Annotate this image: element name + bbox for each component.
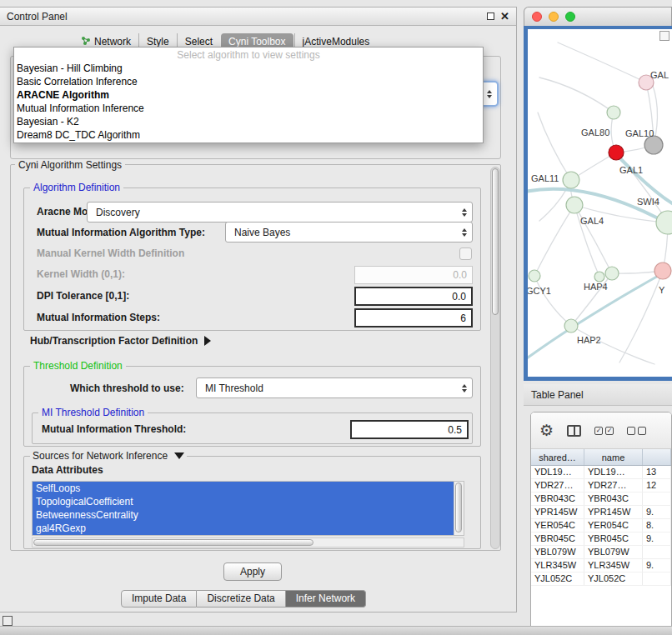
- network-node[interactable]: [654, 262, 671, 279]
- table-panel-window: ⚙ ✓✓ shared…name YDL19…YDL19…13YDR27…YDR…: [530, 412, 672, 635]
- hub-definition-toggle[interactable]: Hub/Transcription Factor Definition: [30, 334, 211, 348]
- close-icon[interactable]: ✕: [500, 11, 509, 22]
- window-title: Control Panel: [7, 11, 68, 22]
- table-row[interactable]: YBL079WYBL079W: [531, 546, 671, 559]
- network-node[interactable]: [594, 272, 604, 282]
- table-cell: 13: [643, 466, 671, 478]
- gear-icon[interactable]: ⚙: [539, 422, 554, 438]
- network-edge[interactable]: [534, 205, 574, 276]
- minimize-traffic-light-icon[interactable]: [549, 12, 559, 22]
- expand-arrow-icon: [204, 336, 211, 346]
- attributes-hscrollbar[interactable]: [32, 538, 464, 548]
- select-all-icon[interactable]: ✓✓: [594, 427, 614, 435]
- float-icon[interactable]: [487, 12, 494, 20]
- table-panel-title: Table Panel: [531, 389, 584, 401]
- table-cell: 9.: [643, 532, 671, 545]
- kernel-width-input[interactable]: [354, 266, 473, 284]
- which-threshold-select[interactable]: MI Threshold: [196, 378, 473, 398]
- aracne-mode-select[interactable]: Discovery: [87, 202, 473, 222]
- attribute-item[interactable]: gal4RGexp: [33, 522, 454, 535]
- attribute-item[interactable]: BetweennessCentrality: [33, 508, 454, 522]
- table-panel-header: Table Panel: [524, 384, 672, 406]
- dpi-tolerance-label: DPI Tolerance [0,1]:: [37, 290, 129, 302]
- checked-box-icon: ✓: [594, 427, 603, 435]
- hub-definition-label: Hub/Transcription Factor Definition: [30, 335, 198, 347]
- mi-threshold-label: Mutual Information Threshold:: [42, 423, 186, 435]
- bottom-tab-discretize-data[interactable]: Discretize Data: [197, 590, 285, 608]
- zoom-traffic-light-icon[interactable]: [565, 12, 575, 22]
- table-body: YDL19…YDL19…13YDR27…YDR27…12YBR043CYBR04…: [531, 466, 671, 586]
- dpi-tolerance-input[interactable]: [354, 287, 473, 306]
- screen: Control Panel ✕ NetworkStyleSelectCyni T…: [0, 0, 672, 635]
- network-edge[interactable]: [571, 326, 654, 364]
- bottom-tab-infer-network[interactable]: Infer Network: [286, 590, 366, 608]
- network-edge[interactable]: [539, 78, 614, 112]
- network-node[interactable]: [609, 145, 624, 160]
- table-row[interactable]: YLR345WYLR345W9.: [531, 559, 671, 572]
- deselect-all-icon[interactable]: [627, 427, 646, 435]
- cyni-settings-title: Cyni Algorithm Settings: [15, 159, 125, 171]
- table-row[interactable]: YDL19…YDL19…13: [531, 466, 671, 479]
- manual-kernel-checkbox[interactable]: [459, 248, 472, 260]
- algorithm-option[interactable]: Bayesian - Hill Climbing: [14, 62, 483, 75]
- mi-threshold-input[interactable]: [350, 420, 469, 439]
- table-cell: YLR345W: [531, 559, 584, 572]
- column-header[interactable]: name: [584, 449, 643, 465]
- network-graph: GAL80GAL10GAL11GAL1SWI4GAL4GCY1HAP4HAP2G…: [528, 29, 672, 377]
- algorithm-option[interactable]: Dream8 DC_TDC Algorithm: [14, 128, 483, 142]
- table-cell: YBR043C: [584, 492, 643, 505]
- bottom-tab-impute-data[interactable]: Impute Data: [121, 590, 197, 608]
- table-cell: [643, 492, 671, 505]
- columns-icon[interactable]: [567, 425, 581, 437]
- algorithm-definition-title: Algorithm Definition: [30, 182, 123, 193]
- attributes-hscrollbar-thumb[interactable]: [33, 539, 313, 546]
- mi-steps-input[interactable]: [354, 308, 473, 328]
- mi-threshold-title: MI Threshold Definition: [38, 407, 148, 418]
- data-attributes-label: Data Attributes: [32, 464, 103, 476]
- attribute-item[interactable]: TopologicalCoefficient: [33, 495, 454, 508]
- network-node[interactable]: [656, 211, 672, 234]
- apply-button[interactable]: Apply: [223, 562, 282, 581]
- network-node[interactable]: [529, 270, 540, 282]
- network-node[interactable]: [564, 319, 578, 332]
- network-node[interactable]: [563, 172, 579, 188]
- table-row[interactable]: YBR043CYBR043C: [531, 492, 671, 506]
- network-edge[interactable]: [534, 276, 571, 326]
- table-row[interactable]: YPR145WYPR145W9.: [531, 506, 671, 519]
- stepper-icon: [462, 208, 467, 217]
- attribute-item[interactable]: SelfLoops: [33, 482, 454, 495]
- attributes-vscrollbar[interactable]: [454, 482, 464, 535]
- mi-algorithm-type-select[interactable]: Naive Bayes: [225, 222, 473, 242]
- sources-section-toggle[interactable]: Sources for Network Inference: [30, 450, 187, 462]
- table-row[interactable]: YBR045CYBR045C9.: [531, 532, 671, 546]
- table-row[interactable]: YDR27…YDR27…12: [531, 479, 671, 492]
- column-header[interactable]: shared…: [531, 449, 584, 465]
- network-edge[interactable]: [558, 42, 646, 82]
- algorithm-option[interactable]: ARACNE Algorithm: [14, 88, 483, 102]
- table-row[interactable]: YER054CYER054C8.: [531, 519, 671, 532]
- column-header[interactable]: [643, 449, 671, 465]
- network-window-titlebar[interactable]: [524, 7, 672, 26]
- table-cell: [643, 572, 671, 585]
- algorithm-option[interactable]: Bayesian - K2: [14, 115, 483, 128]
- network-edge[interactable]: [538, 112, 571, 180]
- network-node[interactable]: [605, 267, 619, 280]
- attributes-vscrollbar-thumb[interactable]: [455, 482, 462, 532]
- network-node[interactable]: [644, 136, 663, 154]
- overview-widget[interactable]: [659, 31, 669, 41]
- network-node[interactable]: [566, 197, 583, 213]
- collapsed-panel-icon[interactable]: [3, 616, 13, 626]
- table-row[interactable]: YJL052CYJL052C: [531, 572, 671, 586]
- algorithm-option[interactable]: Basic Correlation Inference: [14, 75, 483, 88]
- network-node-label: Y: [659, 285, 665, 295]
- table-cell: YER054C: [531, 519, 584, 532]
- which-threshold-value: MI Threshold: [205, 382, 263, 394]
- settings-scrollbar-thumb[interactable]: [492, 168, 499, 315]
- settings-scrollbar[interactable]: [490, 167, 500, 549]
- network-canvas[interactable]: GAL80GAL10GAL11GAL1SWI4GAL4GCY1HAP4HAP2G…: [528, 29, 672, 377]
- close-traffic-light-icon[interactable]: [532, 12, 542, 22]
- table-cell: YBR045C: [531, 532, 584, 545]
- network-node[interactable]: [607, 106, 620, 119]
- algorithm-option[interactable]: Mutual Information Inference: [14, 102, 483, 115]
- network-node-label: HAP4: [584, 282, 608, 292]
